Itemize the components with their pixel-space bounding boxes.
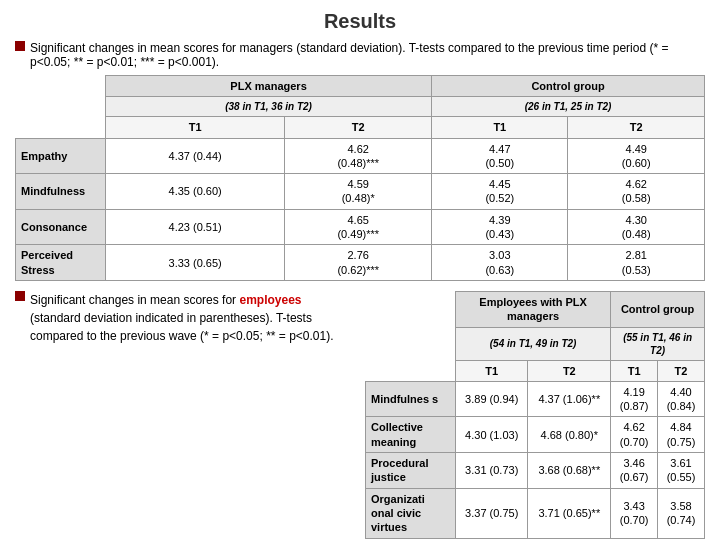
bullet-icon [15,41,25,51]
cell-value: 3.43 (0.70) [611,488,658,538]
emp-control-subheader: (55 in T1, 46 in T2) [611,327,705,360]
cell-value: 3.03 (0.63) [432,245,568,281]
cell-value: 4.30 (0.48) [568,209,705,245]
cell-value: 4.23 (0.51) [106,209,285,245]
cell-value: 3.71 (0.65)** [528,488,611,538]
cell-value: 4.19 (0.87) [611,381,658,417]
cell-value: 4.37 (1.06)** [528,381,611,417]
emp-control-header: Control group [611,291,705,327]
row-label: Consonance [16,209,106,245]
managers-link: managers [239,41,292,55]
table-row: Procedural justice3.31 (0.73)3.68 (0.68)… [366,453,705,489]
cell-value: 3.46 (0.67) [611,453,658,489]
cell-value: 4.40 (0.84) [658,381,705,417]
cell-value: 4.62 (0.48)*** [285,138,432,174]
ct2-header: T2 [568,117,705,138]
cell-value: 4.45 (0.52) [432,174,568,210]
cell-value: 4.49 (0.60) [568,138,705,174]
row-label: Procedural justice [366,453,456,489]
managers-table: PLX managers Control group (38 in T1, 36… [15,75,705,281]
emp-managers-header: Employees with PLX managers [456,291,611,327]
cell-value: 4.68 (0.80)* [528,417,611,453]
page-title: Results [15,10,705,33]
t1-header: T1 [106,117,285,138]
table-row: Consonance4.23 (0.51)4.65 (0.49)***4.39 … [16,209,705,245]
cell-value: 2.76 (0.62)*** [285,245,432,281]
cell-value: 2.81 (0.53) [568,245,705,281]
cell-value: 3.58 (0.74) [658,488,705,538]
row-label: Mindfulnes s [366,381,456,417]
managers-subheader: (38 in T1, 36 in T2) [106,97,432,117]
cell-value: 4.62 (0.58) [568,174,705,210]
row-label: Collective meaning [366,417,456,453]
row-label: Organizati onal civic virtues [366,488,456,538]
row-label: Perceived Stress [16,245,106,281]
control-group-header: Control group [432,76,705,97]
table-row: Organizati onal civic virtues3.37 (0.75)… [366,488,705,538]
ct1-header: T1 [432,117,568,138]
cell-value: 4.35 (0.60) [106,174,285,210]
cell-value: 4.30 (1.03) [456,417,528,453]
intro-text: Significant changes in mean scores for m… [30,41,705,69]
cell-value: 4.47 (0.50) [432,138,568,174]
cell-value: 3.33 (0.65) [106,245,285,281]
t2-header: T2 [285,117,432,138]
cell-value: 3.61 (0.55) [658,453,705,489]
cell-value: 4.59 (0.48)* [285,174,432,210]
managers-group-header: PLX managers [106,76,432,97]
cell-value: 3.31 (0.73) [456,453,528,489]
table-row: Collective meaning4.30 (1.03)4.68 (0.80)… [366,417,705,453]
cell-value: 4.39 (0.43) [432,209,568,245]
employees-table-container: Employees with PLX managers Control grou… [365,291,705,539]
emp-managers-subheader: (54 in T1, 49 in T2) [456,327,611,360]
bottom-section: Significant changes in mean scores for e… [15,291,705,539]
table-row: Mindfulness4.35 (0.60)4.59 (0.48)*4.45 (… [16,174,705,210]
cell-value: 4.62 (0.70) [611,417,658,453]
row-label: Mindfulness [16,174,106,210]
employees-table: Employees with PLX managers Control grou… [365,291,705,539]
employees-description: Significant changes in mean scores for e… [15,291,355,351]
table-row: Empathy4.37 (0.44)4.62 (0.48)***4.47 (0.… [16,138,705,174]
cell-value: 3.37 (0.75) [456,488,528,538]
cell-value: 4.65 (0.49)*** [285,209,432,245]
cell-value: 4.37 (0.44) [106,138,285,174]
row-label: Empathy [16,138,106,174]
cell-value: 4.84 (0.75) [658,417,705,453]
employees-link: employees [239,293,301,307]
table-row: Mindfulnes s3.89 (0.94)4.37 (1.06)**4.19… [366,381,705,417]
cell-value: 3.68 (0.68)** [528,453,611,489]
cell-value: 3.89 (0.94) [456,381,528,417]
table-row: Perceived Stress3.33 (0.65)2.76 (0.62)**… [16,245,705,281]
control-subheader: (26 in T1, 25 in T2) [432,97,705,117]
bullet2-icon [15,291,25,301]
